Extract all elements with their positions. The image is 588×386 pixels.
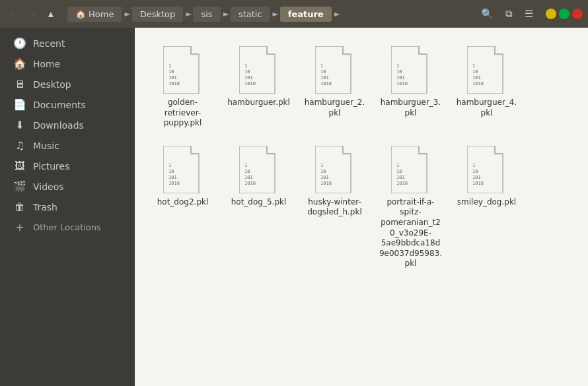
svg-text:10: 10 xyxy=(168,169,174,174)
svg-text:1010: 1010 xyxy=(168,81,180,86)
file-item[interactable]: 1 10 101 1010 portrait-if-a-spitz-pomera… xyxy=(376,141,445,274)
svg-text:1010: 1010 xyxy=(396,81,408,86)
svg-text:1010: 1010 xyxy=(472,81,484,86)
file-icon: 1 10 101 1010 xyxy=(315,146,355,193)
file-item[interactable]: 1 10 101 1010 hamburguer_2.pkl xyxy=(300,41,369,134)
svg-text:10: 10 xyxy=(472,169,478,174)
file-icon: 1 10 101 1010 xyxy=(163,46,203,94)
nav-back-button[interactable]: ← xyxy=(5,6,22,22)
svg-text:1: 1 xyxy=(320,163,323,168)
svg-text:1: 1 xyxy=(396,63,399,69)
svg-text:1: 1 xyxy=(244,163,247,168)
svg-text:101: 101 xyxy=(396,75,405,80)
file-item[interactable]: 1 10 101 1010 smiley_dog.pkl xyxy=(452,141,521,274)
svg-text:1: 1 xyxy=(320,63,323,69)
file-area: 1 10 101 1010 golden-retriever-puppy.pkl… xyxy=(135,28,588,386)
svg-text:1: 1 xyxy=(472,63,475,69)
sidebar: 🕐 Recent 🏠 Home 🖥 Desktop 📄 Documents ⬇ … xyxy=(0,28,135,386)
svg-text:10: 10 xyxy=(396,69,402,75)
file-item[interactable]: 1 10 101 1010 hot_dog_5.pkl xyxy=(224,141,293,274)
file-name: hamburguer_2.pkl xyxy=(303,98,367,118)
file-icon: 1 10 101 1010 xyxy=(467,146,507,193)
sidebar-item-desktop[interactable]: 🖥 Desktop xyxy=(3,74,132,94)
nav-up-button[interactable]: ▲ xyxy=(42,6,59,22)
file-item[interactable]: 1 10 101 1010 hamburguer_4.pkl xyxy=(452,41,521,134)
main-area: 🕐 Recent 🏠 Home 🖥 Desktop 📄 Documents ⬇ … xyxy=(0,28,588,386)
sidebar-item-videos[interactable]: 🎬 Videos xyxy=(3,176,132,197)
breadcrumb-static[interactable]: static xyxy=(231,7,270,22)
breadcrumb-end: ► xyxy=(333,9,342,18)
file-icon: 1 10 101 1010 xyxy=(391,46,431,94)
svg-text:1010: 1010 xyxy=(244,81,256,86)
svg-text:1010: 1010 xyxy=(244,181,256,186)
documents-icon: 📄 xyxy=(13,98,26,111)
svg-text:101: 101 xyxy=(320,175,329,180)
home-icon: 🏠 xyxy=(13,57,26,70)
svg-text:101: 101 xyxy=(396,175,405,180)
sidebar-item-downloads-label: Downloads xyxy=(33,120,84,131)
svg-text:10: 10 xyxy=(244,169,250,174)
svg-text:1010: 1010 xyxy=(320,81,332,86)
breadcrumb: 🏠 Home ► Desktop ► sis ► static ► featur… xyxy=(67,7,468,22)
nav-buttons: ← → ▲ xyxy=(5,6,59,22)
minimize-button[interactable]: − xyxy=(546,9,556,19)
file-icon: 1 10 101 1010 xyxy=(239,146,279,193)
breadcrumb-desktop[interactable]: Desktop xyxy=(132,7,184,22)
svg-text:101: 101 xyxy=(244,175,253,180)
file-name: hamburguer.pkl xyxy=(227,98,290,108)
svg-text:1010: 1010 xyxy=(320,181,332,186)
svg-text:1: 1 xyxy=(168,63,171,69)
file-item[interactable]: 1 10 101 1010 hamburguer.pkl xyxy=(224,41,293,134)
sidebar-item-recent-label: Recent xyxy=(33,38,65,49)
svg-text:1: 1 xyxy=(396,163,399,168)
view-toggle-button[interactable]: ⧉ xyxy=(501,5,517,23)
search-button[interactable]: 🔍 xyxy=(476,5,498,23)
file-name: hot_dog2.pkl xyxy=(157,197,209,208)
sidebar-item-music-label: Music xyxy=(33,141,59,151)
window-controls: − □ × xyxy=(546,9,583,19)
breadcrumb-home[interactable]: 🏠 Home xyxy=(67,7,122,22)
file-item[interactable]: 1 10 101 1010 golden-retriever-puppy.pkl xyxy=(148,41,217,134)
svg-text:1010: 1010 xyxy=(472,181,484,186)
sidebar-item-documents-label: Documents xyxy=(33,100,86,110)
breadcrumb-feature[interactable]: feature xyxy=(280,7,332,22)
breadcrumb-sep-2: ► xyxy=(184,9,193,18)
svg-text:101: 101 xyxy=(168,75,177,80)
sidebar-item-music[interactable]: ♫ Music xyxy=(3,135,132,156)
svg-text:10: 10 xyxy=(472,69,478,75)
file-icon: 1 10 101 1010 xyxy=(163,146,203,193)
svg-text:10: 10 xyxy=(244,69,250,75)
other-locations-icon: + xyxy=(13,221,26,234)
titlebar-actions: 🔍 ⧉ ☰ xyxy=(476,5,538,23)
svg-text:101: 101 xyxy=(472,175,481,180)
sidebar-item-documents[interactable]: 📄 Documents xyxy=(3,94,132,115)
file-item[interactable]: 1 10 101 1010 hot_dog2.pkl xyxy=(148,141,217,274)
sidebar-item-other-label: Other Locations xyxy=(33,222,101,232)
svg-text:101: 101 xyxy=(168,175,177,180)
svg-text:10: 10 xyxy=(320,69,326,75)
sidebar-item-home[interactable]: 🏠 Home xyxy=(3,53,132,74)
close-button[interactable]: × xyxy=(572,9,583,19)
file-name: golden-retriever-puppy.pkl xyxy=(151,98,215,129)
nav-forward-button[interactable]: → xyxy=(24,6,41,22)
breadcrumb-sis[interactable]: sis xyxy=(193,7,220,22)
file-name: smiley_dog.pkl xyxy=(457,197,516,208)
music-icon: ♫ xyxy=(13,139,26,152)
sidebar-item-home-label: Home xyxy=(33,59,60,69)
sidebar-item-recent[interactable]: 🕐 Recent xyxy=(3,33,132,53)
svg-text:1: 1 xyxy=(472,163,475,168)
trash-icon: 🗑 xyxy=(13,201,26,213)
file-item[interactable]: 1 10 101 1010 husky-winter-dogsled_h.pkl xyxy=(300,141,369,274)
menu-button[interactable]: ☰ xyxy=(520,5,538,23)
sidebar-item-other-locations[interactable]: + Other Locations xyxy=(3,217,132,238)
file-item[interactable]: 1 10 101 1010 hamburguer_3.pkl xyxy=(376,41,445,134)
sidebar-item-desktop-label: Desktop xyxy=(33,79,71,90)
svg-text:101: 101 xyxy=(244,75,253,80)
sidebar-item-pictures[interactable]: 🖼 Pictures xyxy=(3,156,132,176)
downloads-icon: ⬇ xyxy=(13,119,26,131)
sidebar-item-trash[interactable]: 🗑 Trash xyxy=(3,197,132,217)
sidebar-item-downloads[interactable]: ⬇ Downloads xyxy=(3,115,132,135)
breadcrumb-sep-4: ► xyxy=(272,9,280,18)
desktop-icon: 🖥 xyxy=(13,78,26,90)
maximize-button[interactable]: □ xyxy=(559,9,570,19)
